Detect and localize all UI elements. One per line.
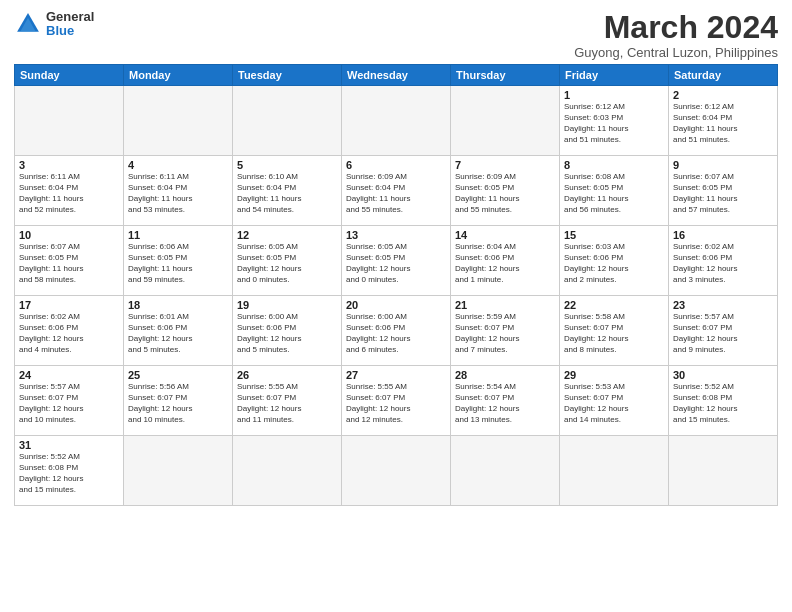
calendar-cell-12: 12Sunrise: 6:05 AM Sunset: 6:05 PM Dayli… xyxy=(233,226,342,296)
calendar-cell-9: 9Sunrise: 6:07 AM Sunset: 6:05 PM Daylig… xyxy=(669,156,778,226)
calendar-week-3: 17Sunrise: 6:02 AM Sunset: 6:06 PM Dayli… xyxy=(15,296,778,366)
day-number: 16 xyxy=(673,229,773,241)
calendar-cell-24: 24Sunrise: 5:57 AM Sunset: 6:07 PM Dayli… xyxy=(15,366,124,436)
day-info: Sunrise: 6:09 AM Sunset: 6:04 PM Dayligh… xyxy=(346,172,446,215)
calendar-cell-19: 19Sunrise: 6:00 AM Sunset: 6:06 PM Dayli… xyxy=(233,296,342,366)
logo-text: General Blue xyxy=(46,10,94,39)
day-number: 1 xyxy=(564,89,664,101)
day-number: 25 xyxy=(128,369,228,381)
calendar-cell-10: 10Sunrise: 6:07 AM Sunset: 6:05 PM Dayli… xyxy=(15,226,124,296)
calendar-cell-22: 22Sunrise: 5:58 AM Sunset: 6:07 PM Dayli… xyxy=(560,296,669,366)
day-number: 28 xyxy=(455,369,555,381)
day-number: 30 xyxy=(673,369,773,381)
calendar-cell-15: 15Sunrise: 6:03 AM Sunset: 6:06 PM Dayli… xyxy=(560,226,669,296)
day-number: 21 xyxy=(455,299,555,311)
day-info: Sunrise: 6:11 AM Sunset: 6:04 PM Dayligh… xyxy=(128,172,228,215)
day-info: Sunrise: 6:10 AM Sunset: 6:04 PM Dayligh… xyxy=(237,172,337,215)
calendar-cell-29: 29Sunrise: 5:53 AM Sunset: 6:07 PM Dayli… xyxy=(560,366,669,436)
day-info: Sunrise: 6:02 AM Sunset: 6:06 PM Dayligh… xyxy=(673,242,773,285)
page: General Blue March 2024 Guyong, Central … xyxy=(0,0,792,612)
calendar-cell-31: 31Sunrise: 5:52 AM Sunset: 6:08 PM Dayli… xyxy=(15,436,124,506)
calendar-cell-11: 11Sunrise: 6:06 AM Sunset: 6:05 PM Dayli… xyxy=(124,226,233,296)
day-number: 5 xyxy=(237,159,337,171)
logo-line2: Blue xyxy=(46,24,94,38)
day-info: Sunrise: 6:05 AM Sunset: 6:05 PM Dayligh… xyxy=(237,242,337,285)
day-number: 31 xyxy=(19,439,119,451)
calendar-cell-17: 17Sunrise: 6:02 AM Sunset: 6:06 PM Dayli… xyxy=(15,296,124,366)
calendar-cell-empty xyxy=(342,86,451,156)
day-number: 14 xyxy=(455,229,555,241)
col-header-sunday: Sunday xyxy=(15,65,124,86)
calendar-cell-21: 21Sunrise: 5:59 AM Sunset: 6:07 PM Dayli… xyxy=(451,296,560,366)
calendar-cell-18: 18Sunrise: 6:01 AM Sunset: 6:06 PM Dayli… xyxy=(124,296,233,366)
day-info: Sunrise: 6:11 AM Sunset: 6:04 PM Dayligh… xyxy=(19,172,119,215)
day-info: Sunrise: 6:07 AM Sunset: 6:05 PM Dayligh… xyxy=(673,172,773,215)
calendar-cell-empty xyxy=(233,86,342,156)
day-info: Sunrise: 5:52 AM Sunset: 6:08 PM Dayligh… xyxy=(19,452,119,495)
day-info: Sunrise: 5:57 AM Sunset: 6:07 PM Dayligh… xyxy=(19,382,119,425)
calendar-cell-8: 8Sunrise: 6:08 AM Sunset: 6:05 PM Daylig… xyxy=(560,156,669,226)
day-info: Sunrise: 6:07 AM Sunset: 6:05 PM Dayligh… xyxy=(19,242,119,285)
day-number: 12 xyxy=(237,229,337,241)
calendar-week-5: 31Sunrise: 5:52 AM Sunset: 6:08 PM Dayli… xyxy=(15,436,778,506)
day-number: 23 xyxy=(673,299,773,311)
subtitle: Guyong, Central Luzon, Philippines xyxy=(574,45,778,60)
day-number: 17 xyxy=(19,299,119,311)
calendar-week-1: 3Sunrise: 6:11 AM Sunset: 6:04 PM Daylig… xyxy=(15,156,778,226)
day-info: Sunrise: 6:04 AM Sunset: 6:06 PM Dayligh… xyxy=(455,242,555,285)
main-title: March 2024 xyxy=(574,10,778,45)
calendar-cell-3: 3Sunrise: 6:11 AM Sunset: 6:04 PM Daylig… xyxy=(15,156,124,226)
calendar-cell-26: 26Sunrise: 5:55 AM Sunset: 6:07 PM Dayli… xyxy=(233,366,342,436)
day-info: Sunrise: 6:12 AM Sunset: 6:03 PM Dayligh… xyxy=(564,102,664,145)
col-header-thursday: Thursday xyxy=(451,65,560,86)
calendar-cell-5: 5Sunrise: 6:10 AM Sunset: 6:04 PM Daylig… xyxy=(233,156,342,226)
col-header-friday: Friday xyxy=(560,65,669,86)
day-info: Sunrise: 5:59 AM Sunset: 6:07 PM Dayligh… xyxy=(455,312,555,355)
day-number: 20 xyxy=(346,299,446,311)
calendar-header-row: SundayMondayTuesdayWednesdayThursdayFrid… xyxy=(15,65,778,86)
header: General Blue March 2024 Guyong, Central … xyxy=(14,10,778,60)
calendar-week-4: 24Sunrise: 5:57 AM Sunset: 6:07 PM Dayli… xyxy=(15,366,778,436)
day-number: 10 xyxy=(19,229,119,241)
day-info: Sunrise: 5:56 AM Sunset: 6:07 PM Dayligh… xyxy=(128,382,228,425)
calendar-cell-empty xyxy=(560,436,669,506)
col-header-monday: Monday xyxy=(124,65,233,86)
calendar-cell-empty xyxy=(124,436,233,506)
day-number: 6 xyxy=(346,159,446,171)
title-block: March 2024 Guyong, Central Luzon, Philip… xyxy=(574,10,778,60)
day-info: Sunrise: 5:54 AM Sunset: 6:07 PM Dayligh… xyxy=(455,382,555,425)
day-info: Sunrise: 6:05 AM Sunset: 6:05 PM Dayligh… xyxy=(346,242,446,285)
calendar-cell-empty xyxy=(451,436,560,506)
day-info: Sunrise: 6:06 AM Sunset: 6:05 PM Dayligh… xyxy=(128,242,228,285)
calendar-cell-23: 23Sunrise: 5:57 AM Sunset: 6:07 PM Dayli… xyxy=(669,296,778,366)
day-number: 2 xyxy=(673,89,773,101)
calendar-cell-empty xyxy=(233,436,342,506)
day-number: 15 xyxy=(564,229,664,241)
day-info: Sunrise: 6:09 AM Sunset: 6:05 PM Dayligh… xyxy=(455,172,555,215)
col-header-wednesday: Wednesday xyxy=(342,65,451,86)
day-number: 29 xyxy=(564,369,664,381)
calendar-cell-1: 1Sunrise: 6:12 AM Sunset: 6:03 PM Daylig… xyxy=(560,86,669,156)
calendar-cell-empty xyxy=(124,86,233,156)
calendar-cell-14: 14Sunrise: 6:04 AM Sunset: 6:06 PM Dayli… xyxy=(451,226,560,296)
day-number: 3 xyxy=(19,159,119,171)
day-info: Sunrise: 6:12 AM Sunset: 6:04 PM Dayligh… xyxy=(673,102,773,145)
calendar-cell-empty xyxy=(342,436,451,506)
day-info: Sunrise: 5:55 AM Sunset: 6:07 PM Dayligh… xyxy=(346,382,446,425)
calendar-week-0: 1Sunrise: 6:12 AM Sunset: 6:03 PM Daylig… xyxy=(15,86,778,156)
calendar-cell-4: 4Sunrise: 6:11 AM Sunset: 6:04 PM Daylig… xyxy=(124,156,233,226)
calendar-cell-13: 13Sunrise: 6:05 AM Sunset: 6:05 PM Dayli… xyxy=(342,226,451,296)
day-number: 24 xyxy=(19,369,119,381)
logo: General Blue xyxy=(14,10,94,39)
day-info: Sunrise: 5:58 AM Sunset: 6:07 PM Dayligh… xyxy=(564,312,664,355)
day-number: 7 xyxy=(455,159,555,171)
day-info: Sunrise: 6:00 AM Sunset: 6:06 PM Dayligh… xyxy=(237,312,337,355)
day-number: 11 xyxy=(128,229,228,241)
calendar-cell-empty xyxy=(669,436,778,506)
logo-line1: General xyxy=(46,10,94,24)
day-info: Sunrise: 5:52 AM Sunset: 6:08 PM Dayligh… xyxy=(673,382,773,425)
day-number: 8 xyxy=(564,159,664,171)
calendar-cell-empty xyxy=(15,86,124,156)
day-info: Sunrise: 6:01 AM Sunset: 6:06 PM Dayligh… xyxy=(128,312,228,355)
day-info: Sunrise: 6:08 AM Sunset: 6:05 PM Dayligh… xyxy=(564,172,664,215)
